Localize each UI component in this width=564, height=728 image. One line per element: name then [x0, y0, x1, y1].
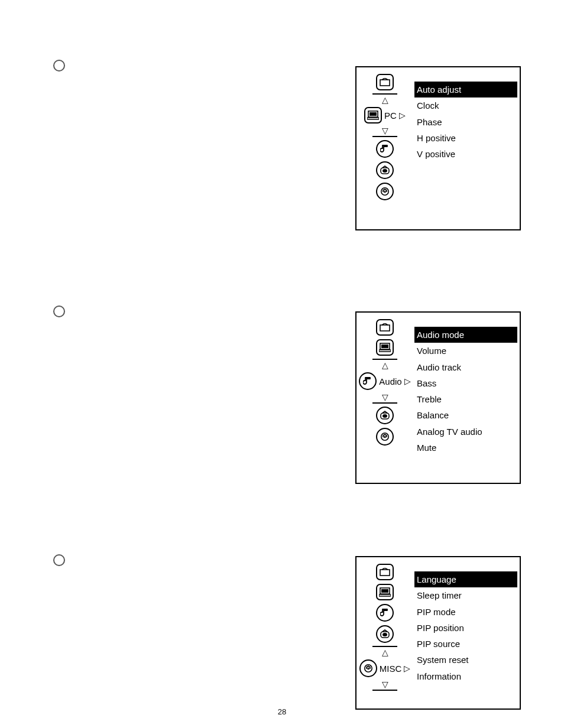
svg-rect-23: [368, 668, 369, 670]
osd-submenu-item[interactable]: Analog TV audio: [414, 424, 517, 440]
osd-submenu-item[interactable]: Clock: [414, 98, 517, 113]
divider: [372, 646, 397, 647]
svg-rect-10: [381, 344, 388, 348]
osd-submenu-item[interactable]: PIP source: [414, 636, 517, 652]
osd-submenu-item[interactable]: Audio track: [414, 359, 517, 375]
svg-rect-7: [384, 191, 385, 193]
osd-submenu-item[interactable]: Balance: [414, 407, 517, 423]
svg-rect-2: [369, 112, 377, 116]
misc-icon: [359, 659, 377, 677]
osd-submenu-list: Auto adjustClockPhaseH positiveV positiv…: [413, 67, 520, 229]
osd-submenu-item[interactable]: Audio mode: [414, 327, 517, 343]
osd-submenu-item[interactable]: H positive: [414, 130, 517, 146]
selected-category-row[interactable]: MISC▷: [359, 658, 411, 679]
picture-icon[interactable]: [376, 319, 394, 336]
osd-icon-column: △MISC▷▽: [356, 557, 413, 708]
svg-rect-19: [379, 594, 391, 596]
osd-submenu-item[interactable]: System reset: [414, 652, 517, 668]
list-bullet: [53, 60, 65, 72]
selected-category-label: Audio: [379, 376, 401, 386]
osd-submenu-item[interactable]: Language: [414, 571, 517, 587]
selected-category-row[interactable]: Audio▷: [359, 370, 410, 392]
divider: [372, 359, 397, 360]
misc-icon[interactable]: [376, 183, 394, 200]
picture-icon[interactable]: [376, 564, 394, 580]
osd-submenu-item[interactable]: Sleep timer: [414, 587, 517, 603]
selected-category-label: MISC: [380, 664, 402, 674]
osd-submenu-list: LanguageSleep timerPIP modePIP positionP…: [413, 557, 520, 708]
osd-icon-column: △PC▷▽: [356, 67, 413, 229]
osd-icon-column: △Audio▷▽: [356, 313, 413, 483]
osd-menu-pc: △PC▷▽Auto adjustClockPhaseH positiveV po…: [355, 66, 521, 230]
osd-submenu-item[interactable]: V positive: [414, 146, 517, 162]
svg-point-13: [383, 414, 387, 418]
osd-submenu-item[interactable]: Phase: [414, 114, 517, 130]
osd-submenu-item[interactable]: Bass: [414, 375, 517, 391]
divider: [372, 402, 397, 404]
caret-up-icon: △: [382, 96, 388, 104]
list-bullet: [53, 554, 65, 566]
list-bullet: [53, 306, 65, 317]
svg-rect-8: [380, 325, 390, 331]
selected-category-label: PC: [384, 110, 397, 121]
osd-submenu-item[interactable]: Volume: [414, 343, 517, 359]
svg-rect-0: [380, 80, 390, 86]
page-number: 28: [0, 707, 564, 716]
tv-icon[interactable]: [376, 161, 394, 179]
divider: [372, 93, 397, 95]
svg-point-5: [383, 169, 387, 173]
osd-submenu-item[interactable]: Treble: [414, 391, 517, 407]
pc-icon[interactable]: [376, 584, 394, 600]
caret-right-icon: ▷: [404, 664, 410, 672]
tv-icon[interactable]: [376, 407, 394, 424]
osd-menu-misc: △MISC▷▽LanguageSleep timerPIP modePIP po…: [355, 556, 521, 710]
audio-icon[interactable]: [376, 140, 394, 158]
caret-up-icon: △: [382, 648, 388, 656]
caret-down-icon: ▽: [382, 680, 388, 688]
svg-rect-15: [384, 437, 385, 438]
caret-right-icon: ▷: [404, 377, 411, 385]
caret-down-icon: ▽: [382, 393, 388, 401]
tv-icon[interactable]: [376, 625, 394, 643]
caret-right-icon: ▷: [399, 111, 406, 119]
svg-rect-16: [380, 570, 390, 576]
osd-submenu-item[interactable]: Auto adjust: [414, 82, 517, 98]
divider: [372, 690, 397, 691]
svg-rect-11: [379, 350, 391, 352]
osd-submenu-item[interactable]: Information: [414, 668, 517, 684]
pc-icon[interactable]: [376, 339, 394, 356]
svg-rect-3: [367, 118, 379, 119]
audio-icon[interactable]: [376, 604, 394, 622]
osd-submenu-item[interactable]: PIP position: [414, 620, 517, 636]
selected-category-row[interactable]: PC▷: [364, 105, 406, 125]
divider: [372, 136, 397, 137]
caret-down-icon: ▽: [382, 126, 388, 135]
svg-point-21: [383, 633, 387, 636]
audio-icon: [359, 372, 377, 390]
osd-submenu-item[interactable]: Mute: [414, 440, 517, 456]
picture-icon[interactable]: [376, 74, 394, 90]
osd-submenu-list: Audio modeVolumeAudio trackBassTrebleBal…: [413, 313, 520, 483]
osd-menu-audio: △Audio▷▽Audio modeVolumeAudio trackBassT…: [355, 311, 521, 484]
misc-icon[interactable]: [376, 428, 394, 446]
svg-rect-18: [381, 589, 388, 593]
caret-up-icon: △: [382, 361, 388, 369]
osd-submenu-item[interactable]: PIP mode: [414, 604, 517, 620]
pc-icon: [364, 107, 382, 124]
